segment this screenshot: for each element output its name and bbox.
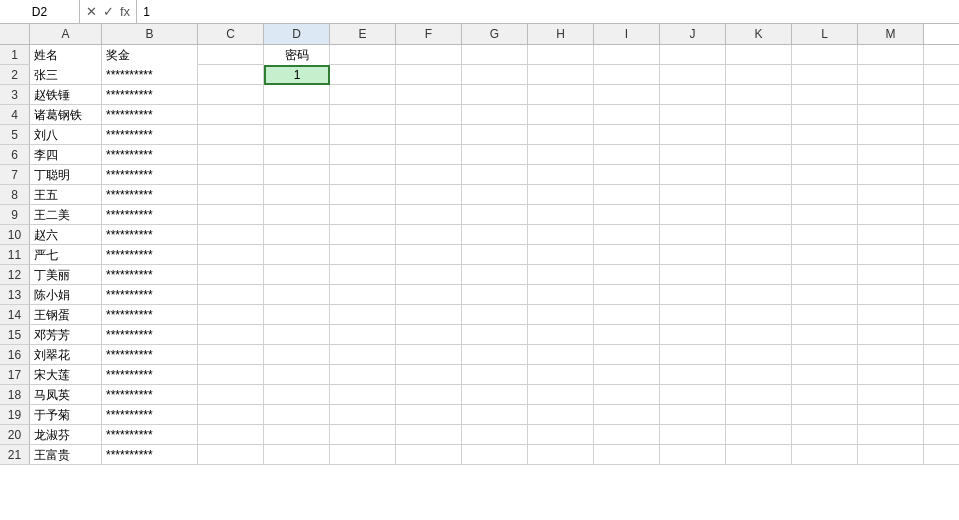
cell-i21[interactable] <box>594 445 660 465</box>
cell-g5[interactable] <box>462 125 528 145</box>
cell-reference[interactable]: D2 <box>0 0 80 23</box>
cell-k2[interactable] <box>726 65 792 85</box>
cell-h12[interactable] <box>528 265 594 285</box>
cell-k9[interactable] <box>726 205 792 225</box>
cell-i1[interactable] <box>594 45 660 65</box>
cell-g9[interactable] <box>462 205 528 225</box>
cell-m2[interactable] <box>858 65 924 85</box>
cell-g8[interactable] <box>462 185 528 205</box>
cell-c14[interactable] <box>198 305 264 325</box>
cell-l21[interactable] <box>792 445 858 465</box>
cell-h5[interactable] <box>528 125 594 145</box>
confirm-icon[interactable]: ✓ <box>103 5 114 18</box>
cell-g17[interactable] <box>462 365 528 385</box>
cell-m10[interactable] <box>858 225 924 245</box>
cell-m14[interactable] <box>858 305 924 325</box>
cell-d21[interactable] <box>264 445 330 465</box>
cell-e17[interactable] <box>330 365 396 385</box>
cell-a12[interactable]: 丁美丽 <box>30 265 102 285</box>
col-header-j[interactable]: J <box>660 24 726 44</box>
cell-h7[interactable] <box>528 165 594 185</box>
cell-l4[interactable] <box>792 105 858 125</box>
cell-b13[interactable]: ********** <box>102 285 198 305</box>
cell-a20[interactable]: 龙淑芬 <box>30 425 102 445</box>
cell-l7[interactable] <box>792 165 858 185</box>
cell-g1[interactable] <box>462 45 528 65</box>
cell-h1[interactable] <box>528 45 594 65</box>
cell-f2[interactable] <box>396 65 462 85</box>
cell-d12[interactable] <box>264 265 330 285</box>
cell-m12[interactable] <box>858 265 924 285</box>
cell-g11[interactable] <box>462 245 528 265</box>
cell-g18[interactable] <box>462 385 528 405</box>
cell-c6[interactable] <box>198 145 264 165</box>
cell-d15[interactable] <box>264 325 330 345</box>
cell-d5[interactable] <box>264 125 330 145</box>
cell-b4[interactable]: ********** <box>102 105 198 125</box>
cell-k17[interactable] <box>726 365 792 385</box>
cell-h2[interactable] <box>528 65 594 85</box>
function-icon[interactable]: fx <box>120 5 130 18</box>
cell-m6[interactable] <box>858 145 924 165</box>
cell-h11[interactable] <box>528 245 594 265</box>
cell-m5[interactable] <box>858 125 924 145</box>
col-header-l[interactable]: L <box>792 24 858 44</box>
cell-b9[interactable]: ********** <box>102 205 198 225</box>
cell-f9[interactable] <box>396 205 462 225</box>
col-header-d[interactable]: D <box>264 24 330 44</box>
cell-m7[interactable] <box>858 165 924 185</box>
cell-g10[interactable] <box>462 225 528 245</box>
cell-h20[interactable] <box>528 425 594 445</box>
cell-i17[interactable] <box>594 365 660 385</box>
cell-b7[interactable]: ********** <box>102 165 198 185</box>
col-header-i[interactable]: I <box>594 24 660 44</box>
cell-d19[interactable] <box>264 405 330 425</box>
cell-i19[interactable] <box>594 405 660 425</box>
cell-h9[interactable] <box>528 205 594 225</box>
cell-d7[interactable] <box>264 165 330 185</box>
col-header-f[interactable]: F <box>396 24 462 44</box>
cell-i16[interactable] <box>594 345 660 365</box>
formula-input[interactable]: 1 <box>137 5 959 19</box>
cell-k12[interactable] <box>726 265 792 285</box>
col-header-m[interactable]: M <box>858 24 924 44</box>
cell-f4[interactable] <box>396 105 462 125</box>
cell-c2[interactable] <box>198 65 264 85</box>
cell-b1[interactable]: 奖金 <box>102 45 198 65</box>
cell-d20[interactable] <box>264 425 330 445</box>
cell-i11[interactable] <box>594 245 660 265</box>
cell-k20[interactable] <box>726 425 792 445</box>
cell-m18[interactable] <box>858 385 924 405</box>
cell-b11[interactable]: ********** <box>102 245 198 265</box>
cell-g4[interactable] <box>462 105 528 125</box>
cell-j12[interactable] <box>660 265 726 285</box>
cell-a4[interactable]: 诸葛钢铁 <box>30 105 102 125</box>
cell-h6[interactable] <box>528 145 594 165</box>
cell-a3[interactable]: 赵铁锤 <box>30 85 102 105</box>
cell-k11[interactable] <box>726 245 792 265</box>
cell-a10[interactable]: 赵六 <box>30 225 102 245</box>
cell-b6[interactable]: ********** <box>102 145 198 165</box>
cell-c15[interactable] <box>198 325 264 345</box>
cell-i6[interactable] <box>594 145 660 165</box>
cell-f14[interactable] <box>396 305 462 325</box>
cell-g12[interactable] <box>462 265 528 285</box>
cell-l16[interactable] <box>792 345 858 365</box>
cell-f20[interactable] <box>396 425 462 445</box>
cell-h13[interactable] <box>528 285 594 305</box>
cell-c19[interactable] <box>198 405 264 425</box>
cell-i3[interactable] <box>594 85 660 105</box>
cell-h3[interactable] <box>528 85 594 105</box>
cell-a8[interactable]: 王五 <box>30 185 102 205</box>
cell-m9[interactable] <box>858 205 924 225</box>
cell-l3[interactable] <box>792 85 858 105</box>
cell-h14[interactable] <box>528 305 594 325</box>
cell-j7[interactable] <box>660 165 726 185</box>
cell-m3[interactable] <box>858 85 924 105</box>
cell-l8[interactable] <box>792 185 858 205</box>
cell-g16[interactable] <box>462 345 528 365</box>
cell-d4[interactable] <box>264 105 330 125</box>
cell-j13[interactable] <box>660 285 726 305</box>
cell-g20[interactable] <box>462 425 528 445</box>
cell-c5[interactable] <box>198 125 264 145</box>
